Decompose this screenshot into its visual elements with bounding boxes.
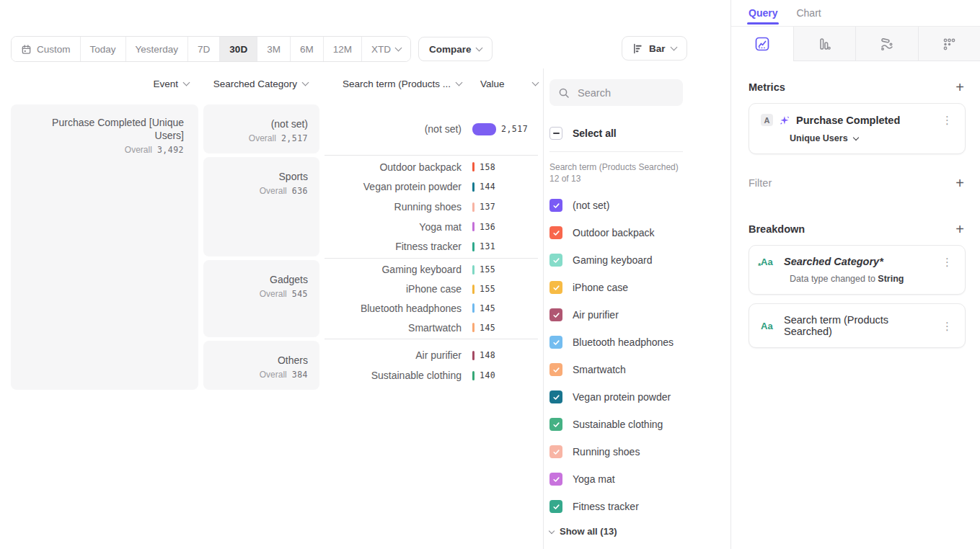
legend-item-sustainable-clothing[interactable]: Sustainable clothing xyxy=(549,411,683,438)
term-value: 2,517 xyxy=(501,124,528,134)
metric-kebab-menu-icon[interactable]: ⋮ xyxy=(940,115,955,125)
term-label: Running shoes xyxy=(325,201,462,213)
event-overall: Overall3,492 xyxy=(21,145,184,155)
date-range-today[interactable]: Today xyxy=(80,37,125,61)
tab-chart[interactable]: Chart xyxy=(796,7,821,19)
chart-type-button[interactable]: Bar xyxy=(622,36,687,61)
report-type-tabs xyxy=(731,26,980,61)
tab-insights-report[interactable] xyxy=(731,27,793,61)
tab-retention-report[interactable] xyxy=(918,27,980,61)
query-sidebar: Query Chart xyxy=(730,0,980,549)
tab-query[interactable]: Query xyxy=(749,7,777,19)
legend-item-gaming-keyboard[interactable]: Gaming keyboard xyxy=(549,246,683,274)
legend-item-smartwatch[interactable]: Smartwatch xyxy=(549,356,683,383)
term-row-smartwatch[interactable]: Smartwatch145 xyxy=(325,318,538,337)
category-name: (not set) xyxy=(211,117,308,130)
term-value: 144 xyxy=(480,182,495,192)
column-header-event[interactable]: Event xyxy=(11,79,189,89)
legend-divider xyxy=(549,151,683,152)
add-breakdown-button[interactable]: + xyxy=(954,222,966,236)
column-header-label: Event xyxy=(11,79,178,89)
breakdown-kebab-menu-icon[interactable]: ⋮ xyxy=(940,256,955,267)
breakdown-title: Breakdown xyxy=(749,223,805,235)
measure-selector[interactable]: Unique Users xyxy=(790,133,955,143)
checked-checkbox[interactable] xyxy=(549,336,562,349)
checked-checkbox[interactable] xyxy=(549,500,562,513)
date-range-12m[interactable]: 12M xyxy=(323,37,361,61)
checked-checkbox[interactable] xyxy=(549,363,562,376)
value-bar xyxy=(472,265,474,274)
checked-checkbox[interactable] xyxy=(549,390,562,403)
checked-checkbox[interactable] xyxy=(549,308,562,321)
legend-item-vegan-protein-powder[interactable]: Vegan protein powder xyxy=(549,383,683,411)
checkmark-icon xyxy=(552,393,560,401)
metric-letter-badge: A xyxy=(761,114,773,126)
group-separator xyxy=(325,258,538,259)
sidebar-body: Metrics + A Purchase Completed ⋮ Unique … xyxy=(731,80,980,348)
checked-checkbox[interactable] xyxy=(549,281,562,294)
tab-funnels-report[interactable] xyxy=(793,27,856,61)
checked-checkbox[interactable] xyxy=(549,418,562,431)
term-value: 158 xyxy=(480,162,495,172)
select-all-checkbox-indeterminate[interactable] xyxy=(549,127,562,140)
checked-checkbox[interactable] xyxy=(549,445,562,458)
term-row-gaming-keyboard[interactable]: Gaming keyboard155 xyxy=(325,260,538,280)
term-row-yoga-mat[interactable]: Yoga mat136 xyxy=(325,217,538,237)
overall-value: 384 xyxy=(292,370,308,380)
legend-item-running-shoes[interactable]: Running shoes xyxy=(549,438,683,465)
legend-item-air-purifier[interactable]: Air purifier xyxy=(549,301,683,329)
breakdown-note: Data type changed to String xyxy=(790,274,955,284)
term-row-fitness-tracker[interactable]: Fitness tracker131 xyxy=(325,236,538,256)
checked-checkbox[interactable] xyxy=(549,254,562,267)
compare-button[interactable]: Compare xyxy=(418,37,493,61)
legend-item-outdoor-backpack[interactable]: Outdoor backpack xyxy=(549,219,683,246)
term-row-outdoor-backpack[interactable]: Outdoor backpack158 xyxy=(325,157,538,177)
breakdown-kebab-menu-icon[interactable]: ⋮ xyxy=(940,321,955,331)
column-header-searched-category[interactable]: Searched Category xyxy=(203,79,308,89)
checkmark-icon xyxy=(552,284,560,292)
panel-divider xyxy=(543,68,544,549)
legend-item-fitness-tracker[interactable]: Fitness tracker xyxy=(549,493,683,520)
term-row-running-shoes[interactable]: Running shoes137 xyxy=(325,197,538,217)
term-row-bluetooth-headphones[interactable]: Bluetooth headphones145 xyxy=(325,299,538,318)
legend-search-input[interactable] xyxy=(576,86,666,99)
breakdown-card-searched-category[interactable]: Aa* Searched Category* ⋮ Data type chang… xyxy=(749,245,966,295)
legend-item-iphone-case[interactable]: iPhone case xyxy=(549,274,683,301)
checked-checkbox[interactable] xyxy=(549,199,562,212)
checked-checkbox[interactable] xyxy=(549,473,562,486)
checkmark-icon xyxy=(552,256,560,264)
date-range-30d[interactable]: 30D xyxy=(219,37,257,61)
legend-item-not-set[interactable]: (not set) xyxy=(549,192,683,219)
term-value: 140 xyxy=(480,370,495,380)
breakdown-card-search-term[interactable]: Aa Search term (Products Searched) ⋮ xyxy=(749,303,966,348)
date-range-3m[interactable]: 3M xyxy=(257,37,290,61)
column-header-search-term[interactable]: Search term (Products ... xyxy=(325,79,462,89)
term-row-not-set[interactable]: (not set)2,517 xyxy=(325,119,538,139)
date-range-xtd[interactable]: XTD xyxy=(361,37,410,61)
term-row-vegan-protein-powder[interactable]: Vegan protein powder144 xyxy=(325,177,538,197)
select-all-row[interactable]: Select all xyxy=(549,123,683,143)
date-range-6m[interactable]: 6M xyxy=(290,37,323,61)
term-row-air-purifier[interactable]: Air purifier148 xyxy=(325,345,538,365)
legend-item-bluetooth-headphones[interactable]: Bluetooth headphones xyxy=(549,329,683,356)
date-range-7d[interactable]: 7D xyxy=(187,37,219,61)
legend-item-yoga-mat[interactable]: Yoga mat xyxy=(549,465,683,493)
sidebar-tabs: Query Chart xyxy=(731,0,980,26)
term-row-iphone-case[interactable]: iPhone case155 xyxy=(325,280,538,299)
date-range-label: XTD xyxy=(371,44,391,55)
legend-search[interactable] xyxy=(549,79,683,106)
category-overall: Overall636 xyxy=(211,186,308,196)
term-row-sustainable-clothing[interactable]: Sustainable clothing140 xyxy=(325,365,538,385)
metric-card[interactable]: A Purchase Completed ⋮ Unique Users xyxy=(749,103,966,154)
legend-item-label: Air purifier xyxy=(573,309,619,321)
category-overall: Overall2,517 xyxy=(211,133,308,143)
add-metric-button[interactable]: + xyxy=(954,80,966,94)
add-filter-button[interactable]: + xyxy=(954,176,966,190)
checked-checkbox[interactable] xyxy=(549,226,562,239)
column-header-value[interactable]: Value xyxy=(480,79,538,89)
date-range-custom[interactable]: Custom xyxy=(12,37,80,61)
date-range-yesterday[interactable]: Yesterday xyxy=(125,37,188,61)
show-all-button[interactable]: Show all (13) xyxy=(549,526,683,537)
tab-flows-report[interactable] xyxy=(855,27,918,61)
terms-group-gadgets: Gaming keyboard155iPhone case155Bluetoot… xyxy=(325,260,538,337)
